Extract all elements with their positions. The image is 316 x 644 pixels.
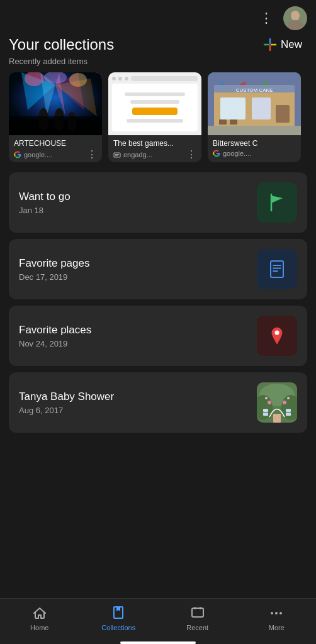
nav-item-more[interactable]: More [237,605,317,631]
browser-dot-3 [125,77,128,80]
document-icon [266,258,288,280]
nav-item-recent[interactable]: Recent [158,605,237,631]
map-pin-icon [266,325,288,347]
browser-bar [112,76,198,81]
card-image-artechouse [9,72,102,135]
collection-date: Dec 17, 2019 [19,272,257,282]
svg-point-19 [67,112,76,131]
card-title: Bittersweet C [213,139,296,148]
collection-name: Want to go [19,191,257,203]
svg-point-51 [268,401,271,404]
browser-address [131,76,198,81]
svg-point-1 [291,11,300,21]
browser-dot-1 [112,77,116,80]
collection-item-favorite-pages[interactable]: Favorite pages Dec 17, 2019 [9,239,307,299]
svg-rect-48 [263,409,268,412]
svg-rect-27 [220,97,245,119]
nav-label-recent: Recent [186,624,208,631]
page-title: Your collections [9,36,114,53]
collection-date: Jan 18 [19,206,257,215]
svg-point-52 [283,401,286,404]
svg-rect-22 [115,155,118,156]
svg-rect-28 [252,97,271,119]
collection-item-favorite-places[interactable]: Favorite places Nov 24, 2019 [9,306,307,366]
svg-text:CUSTOM CAKE: CUSTOM CAKE [236,87,273,93]
bottom-spacer [0,433,316,489]
browser-line-2 [130,100,179,104]
card-meta: engadg... ⋮ [113,150,196,160]
svg-rect-20 [114,153,120,157]
collection-info: Favorite places Nov 24, 2019 [19,324,257,348]
collection-item-tanya-baby-shower[interactable]: Tanya Baby Shower Aug 6, 2017 [9,372,307,433]
favorite-pages-icon-box [257,249,297,289]
nav-item-home[interactable]: Home [0,605,79,631]
favorite-places-icon-box [257,316,297,356]
collections-list: Want to go Jan 18 Favorite pages Dec 17,… [0,172,316,433]
home-indicator [120,641,196,644]
want-to-go-icon-box [257,182,297,223]
source-text: engadg... [123,151,152,158]
nav-label-home: Home [30,624,48,631]
collections-icon [110,605,127,621]
svg-rect-58 [200,607,201,609]
svg-rect-47 [263,413,268,416]
collection-name: Tanya Baby Shower [19,391,257,403]
collection-date: Nov 24, 2019 [19,339,257,348]
engadget-icon [113,151,121,158]
svg-rect-16 [9,119,102,135]
card-more-icon[interactable]: ⋮ [186,150,196,160]
card-title: ARTECHOUSE [14,139,97,148]
card-source: google.... [14,151,52,158]
nav-item-collections[interactable]: Collections [79,605,159,631]
svg-rect-49 [286,413,291,416]
bottom-nav: Home Collections Recent [0,598,316,644]
collection-name: Favorite places [19,324,257,336]
nav-label-collections: Collections [101,624,135,631]
collection-info: Tanya Baby Shower Aug 6, 2017 [19,391,257,415]
browser-line-3 [127,119,183,123]
card-meta: google.... ⋮ [14,150,97,160]
svg-point-15 [69,73,87,87]
subtitle: Recently added items [0,55,316,72]
svg-point-53 [265,397,268,399]
browser-mockup [108,72,201,135]
browser-cta-button [132,108,178,115]
svg-rect-56 [192,608,203,617]
svg-point-18 [54,108,64,131]
collection-info: Favorite pages Dec 17, 2019 [19,257,257,282]
plus-icon [263,38,277,52]
card-title: The best games... [113,139,196,148]
browser-line-1 [125,92,185,96]
svg-point-61 [279,612,282,614]
collection-item-want-to-go[interactable]: Want to go Jan 18 [9,172,307,233]
svg-rect-57 [195,607,196,609]
recent-items-row: ARTECHOUSE google.... ⋮ [0,72,316,172]
source-text: google.... [24,151,52,158]
collection-date: Aug 6, 2017 [19,406,257,415]
svg-rect-33 [208,126,301,135]
card-more-icon[interactable]: ⋮ [87,150,97,160]
new-collection-button[interactable]: New [258,35,307,54]
collection-info: Want to go Jan 18 [19,191,257,215]
avatar[interactable] [283,6,307,30]
google-icon [14,151,21,158]
recent-card-games[interactable]: The best games... engadg... ⋮ [108,72,201,162]
svg-point-41 [275,331,279,335]
top-bar: ⋮ [0,0,316,34]
recent-card-bittersweet[interactable]: CUSTOM CAKE Bittersweet C [208,72,301,162]
google-icon [213,150,220,157]
more-icon [268,605,285,621]
card-footer: Bittersweet C google.... [208,135,301,160]
recent-icon [189,605,206,621]
card-meta: google.... [213,150,296,157]
browser-dot-2 [118,77,122,80]
recent-card-artechouse[interactable]: ARTECHOUSE google.... ⋮ [9,72,102,162]
svg-rect-46 [273,414,281,423]
card-image-bittersweet: CUSTOM CAKE [208,72,301,135]
more-options-icon[interactable]: ⋮ [259,10,274,26]
svg-point-54 [287,397,290,399]
svg-rect-37 [271,261,283,277]
card-footer: ARTECHOUSE google.... ⋮ [9,135,102,162]
svg-rect-21 [115,154,119,155]
svg-rect-50 [286,409,291,412]
